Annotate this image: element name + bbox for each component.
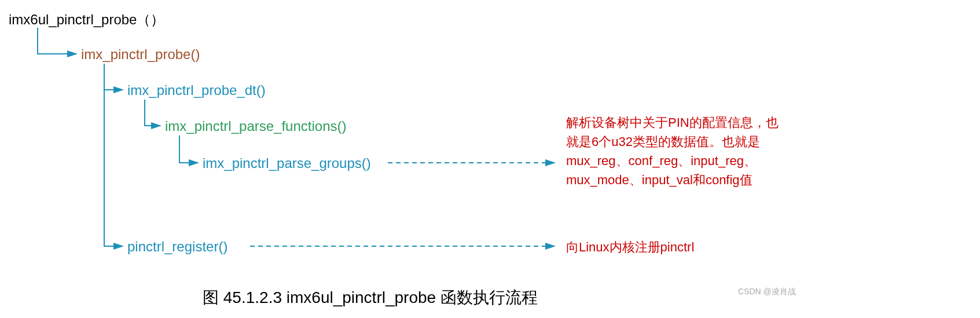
- annotation-parse-groups: 解析设备树中关于PIN的配置信息，也就是6个u32类型的数据值。也就是mux_r…: [566, 113, 780, 189]
- annotation-pinctrl-register: 向Linux内核注册pinctrl: [566, 237, 694, 257]
- connector-n1-n5: [104, 64, 123, 246]
- connector-n1-n2: [104, 64, 123, 90]
- node-imx-pinctrl-parse-groups: imx_pinctrl_parse_groups(): [203, 155, 371, 171]
- connector-root-n1: [38, 28, 76, 54]
- node-imx-pinctrl-probe: imx_pinctrl_probe(): [81, 46, 200, 63]
- node-imx-pinctrl-probe-dt: imx_pinctrl_probe_dt(): [127, 82, 266, 98]
- connector-n3-n4: [179, 136, 198, 163]
- figure-caption: 图 45.1.2.3 imx6ul_pinctrl_probe 函数执行流程: [203, 287, 538, 309]
- node-imx-pinctrl-parse-functions: imx_pinctrl_parse_functions(): [165, 118, 346, 134]
- root-node: imx6ul_pinctrl_probe（）: [9, 10, 164, 29]
- node-pinctrl-register: pinctrl_register(): [127, 239, 227, 255]
- connector-n2-n3: [145, 100, 160, 126]
- watermark: CSDN @凌肖战: [738, 287, 796, 297]
